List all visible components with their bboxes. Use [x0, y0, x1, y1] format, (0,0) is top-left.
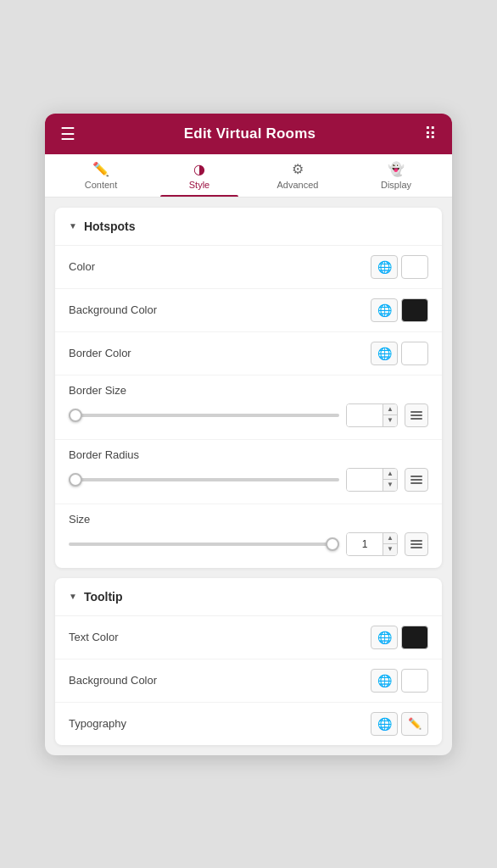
grid-icon[interactable]: ⠿ [424, 125, 437, 142]
border-radius-controls: ▲ ▼ [69, 468, 428, 492]
text-color-swatch-button[interactable] [401, 626, 428, 649]
border-color-globe-button[interactable]: 🌐 [371, 342, 398, 365]
hotspots-title: Hotspots [84, 220, 136, 233]
display-tab-icon: 👻 [388, 163, 405, 176]
hotspots-chevron: ▼ [69, 221, 77, 231]
tooltip-header[interactable]: ▼ Tooltip [55, 578, 442, 616]
tabs-bar: ✏️ Content ◑ Style ⚙ Advanced 👻 Display [45, 154, 452, 198]
size-track-bg [69, 542, 339, 546]
typography-row: Typography 🌐 ✏️ [55, 703, 442, 745]
border-color-row: Border Color 🌐 [55, 332, 442, 376]
tooltip-background-color-globe-button[interactable]: 🌐 [371, 669, 398, 693]
border-size-track[interactable] [69, 408, 339, 423]
stack-icon [410, 411, 422, 420]
border-size-unit-button[interactable] [405, 403, 428, 427]
border-radius-track[interactable] [69, 472, 339, 487]
header-title: Edit Virtual Rooms [184, 125, 316, 142]
border-size-up-button[interactable]: ▲ [383, 404, 397, 416]
svg-rect-8 [410, 547, 422, 548]
border-size-controls: ▲ ▼ [69, 403, 428, 427]
content-area: ▼ Hotspots Color 🌐 Background Color 🌐 [45, 198, 452, 755]
svg-rect-1 [410, 415, 422, 416]
typography-controls: 🌐 ✏️ [371, 712, 428, 736]
app-container: ☰ Edit Virtual Rooms ⠿ ✏️ Content ◑ Styl… [45, 114, 452, 755]
border-radius-unit-button[interactable] [405, 468, 428, 492]
border-radius-track-bg [69, 478, 339, 481]
size-up-button[interactable]: ▲ [383, 533, 397, 545]
svg-rect-2 [410, 418, 422, 420]
tab-content[interactable]: ✏️ Content [52, 154, 150, 197]
size-label: Size [69, 513, 428, 526]
border-size-input[interactable] [347, 404, 383, 426]
border-size-spinner: ▲ ▼ [383, 404, 397, 426]
tab-advanced[interactable]: ⚙ Advanced [248, 154, 347, 197]
color-controls: 🌐 [371, 255, 428, 279]
background-color-swatch-button[interactable] [401, 298, 428, 322]
color-label: Color [69, 260, 95, 273]
typography-edit-button[interactable]: ✏️ [401, 712, 428, 736]
border-size-input-wrap: ▲ ▼ [346, 403, 398, 427]
tab-style[interactable]: ◑ Style [150, 154, 248, 197]
border-color-controls: 🌐 [371, 342, 428, 365]
typography-label: Typography [69, 717, 126, 730]
text-color-globe-button[interactable]: 🌐 [371, 626, 398, 649]
border-color-swatch-button[interactable] [401, 342, 428, 365]
style-tab-icon: ◑ [193, 163, 205, 176]
typography-globe-button[interactable]: 🌐 [371, 712, 398, 736]
border-radius-thumb[interactable] [69, 473, 82, 487]
border-color-label: Border Color [69, 347, 131, 359]
color-row: Color 🌐 [55, 246, 442, 289]
size-input[interactable] [347, 533, 383, 555]
size-input-wrap: ▲ ▼ [346, 532, 398, 556]
content-tab-label: Content [85, 180, 118, 190]
background-color-label: Background Color [69, 303, 157, 316]
hotspots-section: ▼ Hotspots Color 🌐 Background Color 🌐 [55, 208, 442, 568]
border-radius-down-button[interactable]: ▼ [383, 480, 397, 491]
stack-icon-3 [410, 540, 422, 548]
header: ☰ Edit Virtual Rooms ⠿ [45, 114, 452, 154]
border-radius-input-wrap: ▲ ▼ [346, 468, 398, 492]
tab-display[interactable]: 👻 Display [347, 154, 445, 197]
svg-rect-0 [410, 411, 422, 413]
tooltip-background-color-row: Background Color 🌐 [55, 659, 442, 703]
background-color-row: Background Color 🌐 [55, 289, 442, 332]
color-swatch-button[interactable] [401, 255, 428, 279]
advanced-tab-icon: ⚙ [292, 163, 304, 176]
menu-icon[interactable]: ☰ [60, 125, 75, 142]
border-size-row: Border Size ▲ ▼ [55, 376, 442, 440]
hotspots-header[interactable]: ▼ Hotspots [55, 208, 442, 246]
size-down-button[interactable]: ▼ [383, 544, 397, 555]
tooltip-background-color-label: Background Color [69, 674, 157, 687]
background-color-globe-button[interactable]: 🌐 [371, 298, 398, 322]
text-color-controls: 🌐 [371, 626, 428, 649]
svg-rect-4 [410, 479, 422, 481]
size-spinner: ▲ ▼ [383, 533, 397, 555]
stack-icon-2 [410, 476, 422, 484]
border-size-track-bg [69, 414, 339, 417]
size-thumb[interactable] [326, 537, 339, 551]
size-unit-button[interactable] [405, 532, 428, 556]
text-color-label: Text Color [69, 631, 119, 643]
tooltip-title: Tooltip [84, 590, 123, 604]
border-radius-label: Border Radius [69, 448, 428, 461]
border-radius-spinner: ▲ ▼ [383, 469, 397, 491]
tooltip-background-color-controls: 🌐 [371, 669, 428, 693]
display-tab-label: Display [381, 180, 411, 190]
border-size-thumb[interactable] [69, 409, 82, 422]
text-color-row: Text Color 🌐 [55, 616, 442, 659]
border-radius-input[interactable] [347, 469, 383, 491]
size-track[interactable] [69, 537, 339, 552]
content-tab-icon: ✏️ [92, 163, 109, 176]
tooltip-chevron: ▼ [69, 592, 77, 601]
svg-rect-5 [410, 482, 422, 484]
style-tab-label: Style [189, 180, 209, 190]
color-globe-button[interactable]: 🌐 [371, 255, 398, 279]
advanced-tab-label: Advanced [277, 180, 319, 190]
border-radius-up-button[interactable]: ▲ [383, 469, 397, 481]
border-size-down-button[interactable]: ▼ [383, 415, 397, 426]
size-row: Size ▲ ▼ [55, 504, 442, 568]
svg-rect-7 [410, 543, 422, 545]
svg-rect-6 [410, 540, 422, 542]
border-size-label: Border Size [69, 384, 428, 397]
tooltip-background-color-swatch-button[interactable] [401, 669, 428, 693]
